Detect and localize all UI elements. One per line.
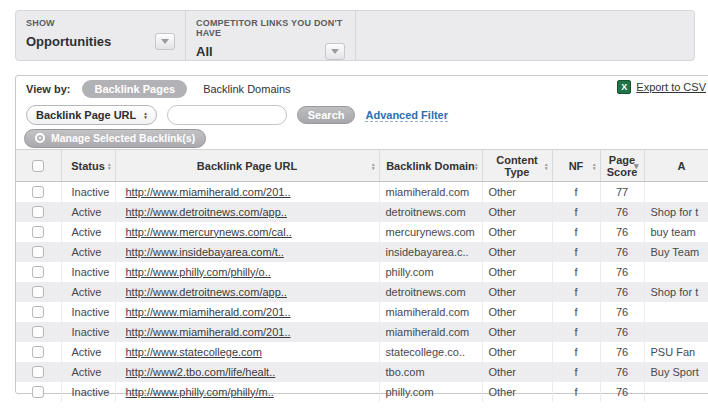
cell-page_score: 77 — [600, 182, 644, 202]
cell-select — [16, 342, 61, 362]
cell-select — [16, 322, 61, 342]
table-row: Inactivehttp://www.miamiherald.com/201..… — [16, 302, 708, 322]
table-row: Inactivehttp://www.miamiherald.com/201..… — [16, 322, 708, 342]
backlink-url-link[interactable]: http://www.miamiherald.com/201.. — [126, 326, 291, 338]
manage-selected-button[interactable]: Manage Selected Backlink(s) — [24, 129, 206, 148]
export-to-csv-link[interactable]: X Export to CSV — [617, 80, 706, 94]
backlink-url-link[interactable]: http://www.philly.com/philly/m.. — [126, 386, 274, 398]
cell-content_type: Other — [482, 302, 552, 322]
backlink-url-link[interactable]: http://www.insidebayarea.com/t.. — [126, 246, 284, 258]
cell-anchor — [644, 182, 708, 202]
cell-anchor: Buy Sport — [644, 362, 708, 382]
column-header-status[interactable]: Status▴▾ — [61, 150, 115, 182]
cell-page_score: 76 — [600, 362, 644, 382]
cell-domain: statecollege.co.. — [379, 342, 482, 362]
column-header-anchor: A — [644, 150, 708, 182]
backlink-tool-view: SHOW Opportunities COMPETITOR LINKS YOU … — [0, 0, 708, 408]
select-all-checkbox[interactable] — [32, 160, 44, 172]
sort-icon: ▴▾ — [593, 162, 596, 170]
view-by-row: View by: Backlink Pages Backlink Domains… — [16, 78, 708, 100]
backlink-url-link[interactable]: http://www.philly.com/philly/o.. — [126, 266, 271, 278]
search-input[interactable] — [167, 105, 287, 125]
cell-content_type: Other — [482, 322, 552, 342]
advanced-filter-link[interactable]: Advanced Filter — [365, 109, 448, 122]
column-label: Content Type — [486, 154, 549, 178]
sort-icon: ▴▾ — [372, 162, 375, 170]
row-checkbox[interactable] — [32, 346, 44, 358]
cell-select — [16, 262, 61, 282]
backlink-url-link[interactable]: http://www.mercurynews.com/cal.. — [126, 226, 292, 238]
cell-content_type: Other — [482, 382, 552, 402]
backlink-url-link[interactable]: http://www.statecollege.com — [126, 346, 262, 358]
cell-anchor — [644, 382, 708, 402]
cell-page_score: 76 — [600, 342, 644, 362]
cell-url: http://www.miamiherald.com/201.. — [115, 302, 379, 322]
search-button[interactable]: Search — [297, 106, 356, 124]
backlinks-panel: View by: Backlink Pages Backlink Domains… — [15, 75, 708, 394]
cell-nf: f — [552, 282, 600, 302]
cell-content_type: Other — [482, 182, 552, 202]
cell-domain: philly.com — [379, 262, 482, 282]
column-header-select — [16, 150, 61, 182]
cell-domain: detroitnews.com — [379, 202, 482, 222]
table-row: Activehttp://www.statecollege.comstateco… — [16, 342, 708, 362]
search-field-select[interactable]: Backlink Page URL ▴▾ — [26, 105, 157, 125]
column-header-content_type[interactable]: Content Type▴▾ — [482, 150, 552, 182]
column-label: Backlink Domain — [386, 160, 475, 172]
cell-url: http://www.miamiherald.com/201.. — [115, 322, 379, 342]
table-row: Inactivehttp://www.philly.com/philly/o..… — [16, 262, 708, 282]
row-checkbox[interactable] — [32, 226, 44, 238]
backlink-url-link[interactable]: http://www2.tbo.com/life/healt.. — [126, 366, 276, 378]
cell-anchor — [644, 262, 708, 282]
filter-bar-spacer — [356, 11, 694, 60]
competitor-filter-label: COMPETITOR LINKS YOU DON'T HAVE — [196, 18, 345, 38]
show-filter-dropdown-button[interactable] — [155, 33, 175, 50]
row-checkbox[interactable] — [32, 306, 44, 318]
cell-domain: detroitnews.com — [379, 282, 482, 302]
row-checkbox[interactable] — [32, 266, 44, 278]
table-row: Activehttp://www.mercurynews.com/cal..me… — [16, 222, 708, 242]
cell-select — [16, 182, 61, 202]
show-filter-label: SHOW — [26, 18, 175, 28]
cell-domain: philly.com — [379, 382, 482, 402]
cell-page_score: 76 — [600, 302, 644, 322]
competitor-filter-dropdown-button[interactable] — [325, 43, 345, 60]
column-header-nf[interactable]: NF▴▾ — [552, 150, 600, 182]
row-checkbox[interactable] — [32, 206, 44, 218]
backlink-url-link[interactable]: http://www.detroitnews.com/app.. — [126, 206, 287, 218]
column-header-domain[interactable]: Backlink Domain▴▾ — [379, 150, 482, 182]
cell-content_type: Other — [482, 242, 552, 262]
cell-domain: mercurynews.com — [379, 222, 482, 242]
row-checkbox[interactable] — [32, 246, 44, 258]
backlink-url-link[interactable]: http://www.miamiherald.com/201.. — [126, 186, 291, 198]
row-checkbox[interactable] — [32, 186, 44, 198]
cell-anchor: Buy Team — [644, 242, 708, 262]
chevron-down-icon — [161, 39, 169, 44]
row-checkbox[interactable] — [32, 286, 44, 298]
cell-nf: f — [552, 302, 600, 322]
competitor-filter: COMPETITOR LINKS YOU DON'T HAVE All — [186, 11, 356, 60]
backlink-url-link[interactable]: http://www.detroitnews.com/app.. — [126, 286, 287, 298]
cell-status: Inactive — [61, 302, 115, 322]
column-header-url[interactable]: Backlink Page URL▴▾ — [115, 150, 379, 182]
cell-status: Inactive — [61, 262, 115, 282]
cell-domain: miamiherald.com — [379, 182, 482, 202]
row-checkbox[interactable] — [32, 326, 44, 338]
row-checkbox[interactable] — [32, 366, 44, 378]
row-checkbox[interactable] — [32, 386, 44, 398]
show-filter-value: Opportunities — [26, 34, 111, 49]
cell-status: Active — [61, 362, 115, 382]
tab-backlink-pages[interactable]: Backlink Pages — [82, 80, 187, 98]
backlink-url-link[interactable]: http://www.miamiherald.com/201.. — [126, 306, 291, 318]
column-header-page_score[interactable]: Page Score▾ — [600, 150, 644, 182]
tab-backlink-domains[interactable]: Backlink Domains — [203, 83, 290, 95]
cell-url: http://www.philly.com/philly/o.. — [115, 262, 379, 282]
cell-page_score: 76 — [600, 262, 644, 282]
search-field-select-value: Backlink Page URL — [36, 109, 136, 121]
table-body: Inactivehttp://www.miamiherald.com/201..… — [16, 182, 708, 402]
cell-anchor: Shop for t — [644, 282, 708, 302]
sort-desc-icon: ▾ — [634, 160, 639, 172]
cell-anchor — [644, 322, 708, 342]
cell-select — [16, 202, 61, 222]
cell-url: http://www.insidebayarea.com/t.. — [115, 242, 379, 262]
